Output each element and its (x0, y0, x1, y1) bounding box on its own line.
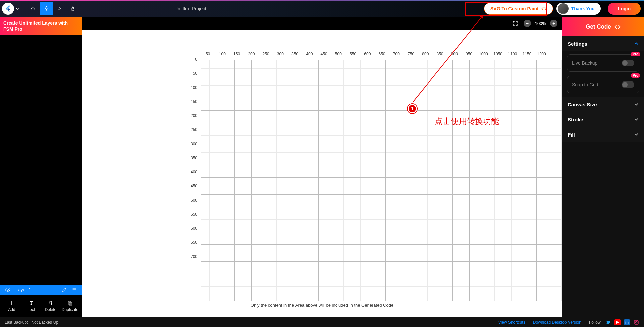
project-menu-chevron[interactable] (14, 2, 21, 15)
footer-right: View Shortcuts | Download Desktop Versio… (498, 319, 639, 325)
top-toolbar: Untitled Project SVG To Custom Paint Tha… (0, 0, 644, 17)
footer: Last Backup: Not Backed Up View Shortcut… (0, 317, 644, 327)
svg-point-7 (637, 321, 638, 321)
add-label: Add (8, 307, 15, 312)
thank-you-button[interactable]: Thank You (556, 3, 601, 15)
section-settings: Settings Live Backup Pro Snap to Grid Pr… (562, 36, 644, 97)
layer-row[interactable]: Layer 1 (0, 285, 82, 295)
trash-icon (48, 300, 54, 306)
ruler-tick: 450 (317, 52, 331, 58)
settings-header[interactable]: Settings (562, 36, 644, 51)
section-stroke: Stroke (562, 112, 644, 127)
add-layer-button[interactable]: Add (3, 300, 20, 312)
menu-icon[interactable] (72, 287, 77, 292)
ruler-tick: 550 (346, 52, 360, 58)
ruler-vertical: 0501001502002503003504004505005506006507… (182, 60, 199, 297)
ruler-tick: 850 (433, 52, 447, 58)
project-title[interactable]: Untitled Project (174, 6, 206, 11)
ruler-tick: 600 (360, 52, 375, 58)
linkedin-icon[interactable]: in (624, 319, 630, 325)
fsm-pro-promo[interactable]: Create Unlimited Layers with FSM Pro (0, 17, 82, 35)
youtube-icon[interactable]: ▶ (614, 319, 621, 325)
chevron-down-icon (15, 7, 19, 11)
text-icon (28, 300, 34, 306)
snap-to-grid-toggle[interactable]: Snap to Grid Pro (567, 76, 639, 93)
duplicate-layer-button[interactable]: Duplicate (62, 300, 78, 312)
ruler-tick: 1000 (476, 52, 491, 58)
svg-rect-3 (68, 301, 71, 304)
layer-tools: Add Text Delete Duplicate (0, 295, 82, 317)
separator: | (585, 320, 586, 325)
duplicate-icon (67, 300, 73, 306)
zoom-out-button[interactable]: − (524, 20, 531, 27)
ruler-tick: 350 (288, 52, 302, 58)
eye-icon[interactable] (5, 287, 11, 293)
settings-label: Settings (568, 41, 587, 47)
ruler-tick: 300 (273, 52, 287, 58)
tool-select[interactable] (53, 2, 66, 15)
canvas-controls: − 100% + (82, 17, 562, 30)
stroke-header[interactable]: Stroke (562, 112, 644, 127)
plus-icon (9, 300, 15, 306)
avatar (558, 3, 569, 14)
canvas-white[interactable]: 5010015020025030035040045050055060065070… (82, 30, 562, 317)
fit-view-button[interactable] (511, 19, 520, 28)
instagram-icon[interactable] (633, 319, 639, 325)
stroke-label: Stroke (568, 117, 583, 122)
ruler-tick: 650 (375, 52, 389, 58)
drawing-grid[interactable] (201, 60, 606, 301)
topbar-right: SVG To Custom Paint Thank You Login (484, 0, 644, 17)
section-canvas-size: Canvas Size (562, 97, 644, 112)
flutter-icon (4, 5, 12, 12)
code-icon (614, 24, 621, 29)
ruler-tick: 100 (215, 52, 229, 58)
ruler-tick: 150 (230, 52, 244, 58)
live-backup-toggle[interactable]: Live Backup Pro (567, 54, 639, 72)
pencil-icon[interactable] (62, 287, 67, 292)
center-guide-horizontal (201, 179, 606, 179)
ruler-tick: 1200 (534, 52, 549, 58)
separator: | (529, 320, 530, 325)
left-panel (0, 35, 82, 285)
svg-to-custom-paint-button[interactable]: SVG To Custom Paint (484, 3, 553, 15)
view-shortcuts-link[interactable]: View Shortcuts (498, 320, 525, 325)
chevron-up-icon (634, 41, 639, 46)
ruler-tick: 900 (447, 52, 462, 58)
tool-pan[interactable] (66, 2, 80, 15)
tool-pen[interactable] (40, 2, 53, 15)
ruler-tick: 1100 (505, 52, 520, 58)
canvas-size-header[interactable]: Canvas Size (562, 97, 644, 112)
svg-point-2 (7, 289, 9, 291)
tool-group (26, 2, 80, 15)
zoom-in-button[interactable]: + (550, 20, 557, 27)
ruler-tick: 500 (331, 52, 345, 58)
fullscreen-icon (512, 20, 518, 26)
follow-label: Follow: (589, 320, 602, 325)
center-guide-vertical (404, 60, 404, 301)
chevron-down-icon (634, 102, 639, 107)
fill-header[interactable]: Fill (562, 127, 644, 142)
ruler-tick: 250 (259, 52, 273, 58)
section-fill: Fill (562, 127, 644, 142)
svg-button-label: SVG To Custom Paint (490, 6, 539, 11)
text-layer-button[interactable]: Text (23, 300, 40, 312)
live-backup-label: Live Backup (572, 60, 597, 66)
twitter-icon[interactable] (605, 319, 611, 325)
backup-value: Not Backed Up (31, 320, 58, 325)
get-code-button[interactable]: Get Code (562, 17, 644, 36)
pen-icon (43, 6, 49, 12)
backup-label: Last Backup: (5, 320, 28, 325)
login-button[interactable]: Login (608, 3, 641, 15)
get-code-label: Get Code (586, 23, 611, 30)
hand-icon (70, 6, 76, 12)
ruler-tick: 400 (302, 52, 317, 58)
text-label: Text (28, 307, 35, 312)
delete-layer-button[interactable]: Delete (42, 300, 59, 312)
app-logo[interactable] (2, 3, 14, 15)
tool-freeform[interactable] (26, 2, 40, 15)
ruler-horizontal: 5010015020025030035040045050055060065070… (201, 52, 549, 58)
download-desktop-link[interactable]: Download Desktop Version (533, 320, 581, 325)
switch-icon (622, 81, 634, 88)
chevron-down-icon (634, 132, 639, 137)
svg-rect-4 (69, 302, 72, 305)
